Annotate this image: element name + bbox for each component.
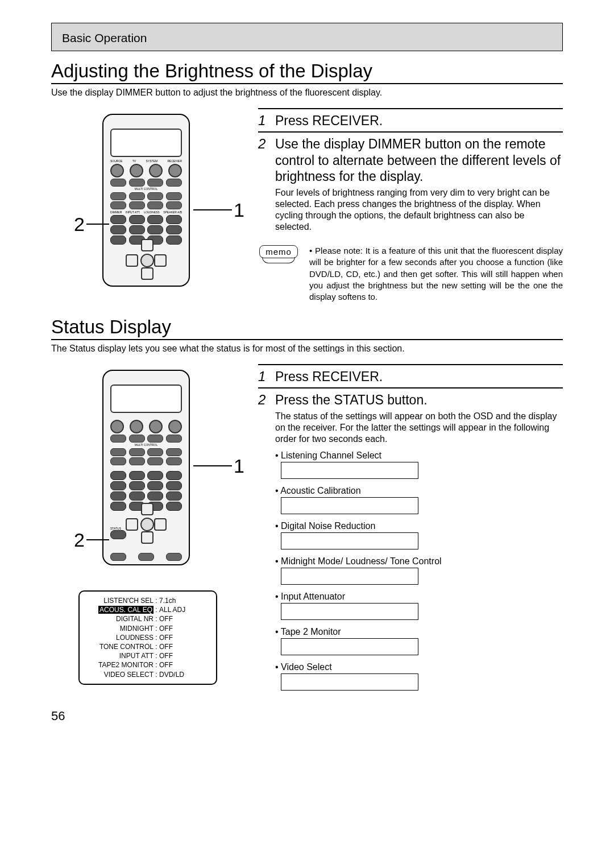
step-number: 1 [258,369,268,385]
step-number: 1 [258,113,268,129]
osd-row: INPUT ATT:OFF [85,651,210,660]
step-title: Press the STATUS button. [275,392,428,408]
step-title: Press RECEIVER. [275,369,383,385]
osd-row: ACOUS. CAL EQ:ALL ADJ [85,605,210,614]
remote-dimmer-button [110,215,126,224]
status-item-label: • Digital Noise Reduction [275,521,563,531]
status-item-label: • Video Select [275,662,563,672]
step-title: Use the display DIMMER button on the rem… [275,136,563,185]
remote-receiver-button [168,420,182,433]
status-item-label: • Tape 2 Monitor [275,627,563,637]
status-item-box [281,462,418,479]
osd-row: TONE CONTROL:OFF [85,642,210,651]
section2-intro: The Status display lets you see what the… [51,344,563,354]
status-item: • Video Select [275,662,563,691]
status-item-label: • Midnight Mode/ Loudness/ Tone Control [275,556,563,567]
remote-receiver-mode-button [166,457,182,465]
status-item: • Listening Channel Select [275,450,563,479]
status-item-label: • Input Attenuator [275,592,563,602]
status-item-label: • Listening Channel Select [275,450,563,461]
step-title: Press RECEIVER. [275,113,383,129]
breadcrumb: Basic Operation [51,23,563,51]
osd-status-panel: LISTEN'CH SEL:7.1chACOUS. CAL EQ:ALL ADJ… [78,590,217,685]
step-body: Four levels of brightness ranging from v… [275,187,563,233]
remote-illustration-1: SOURCE TV SYSTEM RECEIVER MULTI CO [51,114,244,307]
remote-status-button [110,530,126,539]
status-item-box [281,638,418,655]
callout-2: 2 [74,529,85,551]
callout-2: 2 [74,213,85,235]
status-item-box [281,568,418,585]
step-number: 2 [258,392,268,408]
remote-receiver-button [168,164,182,177]
status-item: • Digital Noise Reduction [275,521,563,549]
osd-row: VIDEO SELECT:DVD/LD [85,670,210,679]
remote-tv-button [130,164,143,177]
status-item-box [281,603,418,620]
status-item-box [281,532,418,549]
section1-intro: Use the display DIMMER button to adjust … [51,88,563,98]
page-number: 56 [51,709,563,724]
osd-row: LOUDNESS:OFF [85,633,210,642]
status-item: • Tape 2 Monitor [275,627,563,655]
osd-row: DIGITAL NR:OFF [85,614,210,623]
remote-receiver-mode-button [166,201,182,209]
memo-icon: memo [258,245,299,263]
status-item-box [281,673,418,691]
memo-text: • Please note: It is a feature of this u… [309,245,563,303]
remote-source-button [110,164,124,177]
osd-row: LISTEN'CH SEL:7.1ch [85,596,210,605]
callout-1: 1 [234,199,244,221]
osd-row: MIDNIGHT:OFF [85,624,210,633]
status-item: • Input Attenuator [275,592,563,620]
status-item-box [281,497,418,514]
status-item: • Midnight Mode/ Loudness/ Tone Control [275,556,563,585]
section-title-status: Status Display [51,316,563,340]
remote-system-off-button [149,164,163,177]
callout-1: 1 [234,455,244,477]
remote-illustration-2: MULTI CONTROL STATUS [51,370,244,574]
status-item: • Acoustic Calibration [275,486,563,514]
step-body: The status of the settings will appear o… [275,411,563,445]
osd-row: TAPE2 MONITOR:OFF [85,660,210,669]
status-item-label: • Acoustic Calibration [275,486,563,496]
step-number: 2 [258,136,268,152]
section-title-brightness: Adjusting the Brightness of the Display [51,60,563,84]
